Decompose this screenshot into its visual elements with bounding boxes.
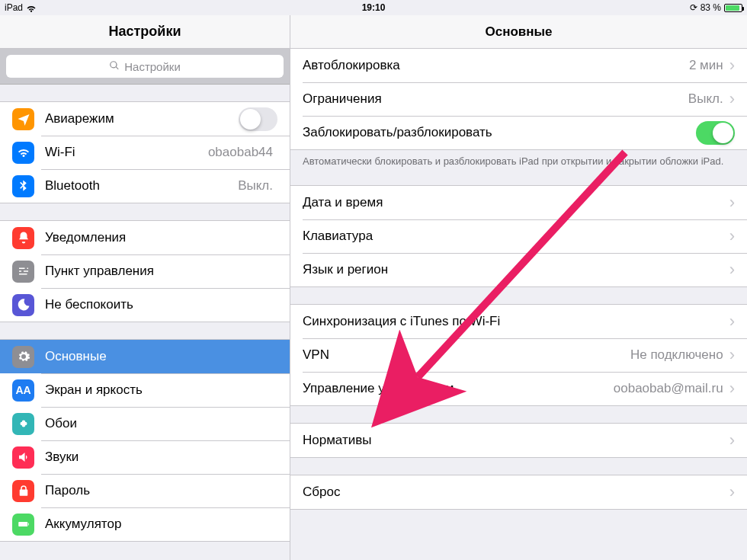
aa-icon: AA — [12, 379, 34, 402]
wifi-icon — [12, 142, 34, 164]
sidebar-item-wallpaper[interactable]: Обои — [0, 407, 290, 440]
detail-row-label: Дата и время — [303, 195, 729, 210]
detail-row-label: Заблокировать/разблокировать — [303, 125, 696, 140]
detail-row-reset[interactable]: Сброс› — [290, 475, 747, 509]
gear-icon — [12, 346, 34, 368]
sidebar-item-dnd[interactable]: Не беспокоить — [0, 288, 290, 322]
sidebar-item-display[interactable]: AAЭкран и яркость — [0, 373, 290, 407]
airplane-toggle[interactable] — [239, 107, 277, 131]
detail-row-value: 2 мин — [689, 58, 723, 73]
detail-row-label: Сброс — [303, 485, 729, 500]
chevron-right-icon: › — [729, 56, 735, 75]
sidebar-item-airplane[interactable]: Авиарежим — [0, 102, 290, 136]
detail-row-autolock[interactable]: Автоблокировка2 мин› — [290, 49, 747, 82]
sidebar-item-label: Пароль — [45, 483, 277, 498]
lockunlock-toggle[interactable] — [696, 121, 735, 145]
chevron-right-icon: › — [729, 430, 735, 450]
moon-icon — [12, 294, 34, 316]
detail-row-label: Ограничения — [303, 91, 688, 107]
chevron-right-icon: › — [729, 312, 735, 331]
orientation-lock-icon: ⟳ — [690, 2, 697, 13]
detail-row-value: Не подключено — [630, 347, 723, 363]
search-wrap: Настройки — [0, 49, 290, 85]
detail-scroll[interactable]: Автоблокировка2 мин›ОграниченияВыкл.›Заб… — [290, 49, 747, 560]
sidebar-item-passcode[interactable]: Пароль — [0, 474, 290, 507]
sidebar-item-value: Выкл. — [238, 178, 273, 194]
search-input[interactable]: Настройки — [6, 55, 284, 78]
plane-icon — [12, 108, 34, 130]
sidebar-title: Настройки — [0, 15, 290, 49]
sidebar-item-label: Уведомления — [45, 230, 277, 245]
chevron-right-icon: › — [729, 379, 735, 398]
sidebar-item-value: obaobab44 — [208, 145, 273, 160]
sidebar-item-label: Аккумулятор — [45, 517, 277, 532]
detail-row-vpn[interactable]: VPNНе подключено› — [290, 338, 747, 372]
sidebar-item-controlcenter[interactable]: Пункт управления — [0, 254, 290, 288]
clock: 19:10 — [362, 2, 386, 13]
lock-icon — [12, 480, 34, 502]
sidebar-list: АвиарежимWi-Fiobaobab44BluetoothВыкл.Уве… — [0, 85, 290, 542]
settings-sidebar: Настройки Настройки АвиарежимWi-Fiobaoba… — [0, 15, 290, 560]
sidebar-item-label: Wi-Fi — [45, 145, 208, 160]
sidebar-item-general[interactable]: Основные — [0, 340, 290, 373]
detail-row-label: Язык и регион — [303, 262, 729, 277]
detail-row-restrictions[interactable]: ОграниченияВыкл.› — [290, 82, 747, 116]
wifi-icon — [26, 4, 37, 11]
search-icon — [109, 60, 120, 73]
detail-row-label: Автоблокировка — [303, 58, 689, 73]
device-label: iPad — [5, 2, 23, 13]
sidebar-item-label: Экран и яркость — [45, 382, 277, 398]
sidebar-item-bluetooth[interactable]: BluetoothВыкл. — [0, 169, 290, 203]
search-placeholder: Настройки — [124, 60, 181, 73]
detail-panel: Основные Автоблокировка2 мин›Ограничения… — [290, 15, 747, 560]
status-bar: iPad 19:10 ⟳ 83 % — [0, 0, 747, 15]
sidebar-item-label: Обои — [45, 416, 277, 431]
detail-row-label: Клавиатура — [303, 229, 729, 244]
detail-row-devicemgmt[interactable]: Управление устройствомoobaobab@mail.ru› — [290, 372, 747, 405]
sidebar-item-label: Авиарежим — [45, 111, 239, 126]
flower-icon — [12, 413, 34, 435]
sidebar-item-sounds[interactable]: Звуки — [0, 440, 290, 474]
sliders-icon — [12, 261, 34, 283]
chevron-right-icon: › — [729, 260, 735, 280]
sidebar-item-label: Bluetooth — [45, 178, 238, 194]
detail-row-label: Управление устройством — [303, 381, 614, 396]
speaker-icon — [12, 446, 34, 469]
detail-title: Основные — [290, 15, 747, 49]
chevron-right-icon: › — [729, 193, 735, 213]
section-footer: Автоматически блокировать и разблокирова… — [290, 150, 747, 168]
chevron-right-icon: › — [729, 226, 735, 246]
detail-row-itunessync[interactable]: Синхронизация с iTunes по Wi-Fi› — [290, 305, 747, 338]
detail-row-value: Выкл. — [688, 91, 723, 107]
detail-row-keyboard[interactable]: Клавиатура› — [290, 219, 747, 253]
detail-row-datetime[interactable]: Дата и время› — [290, 186, 747, 219]
detail-row-label: Синхронизация с iTunes по Wi-Fi — [303, 314, 729, 329]
bell-icon — [12, 227, 34, 249]
detail-row-label: VPN — [303, 347, 630, 363]
sidebar-item-label: Не беспокоить — [45, 297, 277, 312]
sidebar-item-notifications[interactable]: Уведомления — [0, 221, 290, 254]
detail-row-value: oobaobab@mail.ru — [614, 381, 723, 396]
sidebar-item-wifi[interactable]: Wi-Fiobaobab44 — [0, 136, 290, 169]
chevron-right-icon: › — [729, 345, 735, 365]
sidebar-item-label: Основные — [45, 349, 277, 364]
detail-row-language[interactable]: Язык и регион› — [290, 253, 747, 286]
chevron-right-icon: › — [729, 482, 735, 502]
bt-icon — [12, 175, 34, 197]
sidebar-item-label: Пункт управления — [45, 264, 277, 279]
battery-icon — [724, 4, 742, 12]
sidebar-item-label: Звуки — [45, 450, 277, 465]
detail-row-lockunlock[interactable]: Заблокировать/разблокировать — [290, 116, 747, 149]
sidebar-item-battery[interactable]: Аккумулятор — [0, 507, 290, 541]
battery-percent: 83 % — [701, 2, 721, 13]
detail-row-label: Нормативы — [303, 433, 729, 448]
detail-row-regulatory[interactable]: Нормативы› — [290, 424, 747, 457]
battery-icon — [12, 514, 34, 536]
chevron-right-icon: › — [729, 89, 735, 109]
